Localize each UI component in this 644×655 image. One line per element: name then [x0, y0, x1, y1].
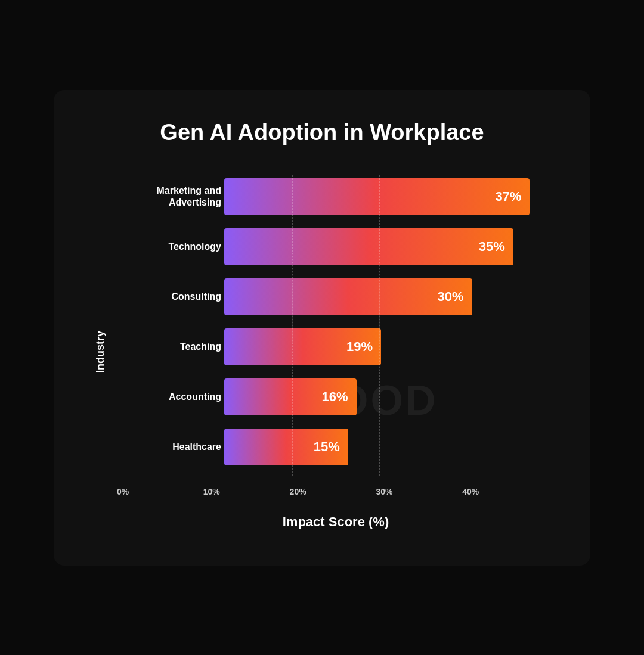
bar: 30%: [224, 278, 472, 315]
y-axis-label-container: Industry: [89, 175, 111, 530]
bar-label: Accounting: [117, 391, 221, 402]
bar-label: Technology: [117, 241, 221, 252]
bar-value: 37%: [495, 189, 521, 204]
bar-row: Accounting16%: [224, 375, 555, 418]
bars-section: Marketing and Advertising37%Technology35…: [117, 175, 555, 468]
bar-row: Teaching19%: [224, 325, 555, 368]
bar: 35%: [224, 228, 513, 265]
y-axis-label: Industry: [94, 331, 107, 373]
bar-row: Consulting30%: [224, 275, 555, 318]
x-tick: 40%: [462, 482, 555, 496]
bar: 19%: [224, 328, 381, 365]
chart-area: Industry Marketing and Advertising37%Tec…: [89, 175, 555, 530]
bar-row: Healthcare15%: [224, 426, 555, 468]
x-axis-label: Impact Score (%): [117, 514, 555, 530]
bar-wrapper: 37%: [224, 175, 555, 218]
x-tick: 20%: [290, 482, 382, 496]
bar-value: 19%: [346, 339, 373, 355]
x-tick: 0%: [117, 482, 209, 496]
bar-wrapper: 19%: [224, 325, 555, 368]
bar-label: Consulting: [117, 291, 221, 302]
bar-label: Teaching: [117, 341, 221, 352]
chart-title: Gen AI Adoption in Workplace: [89, 120, 555, 145]
bars-with-grid: Marketing and Advertising37%Technology35…: [117, 175, 555, 476]
bar-value: 16%: [322, 389, 348, 405]
bar: 16%: [224, 378, 357, 415]
bar-row: Marketing and Advertising37%: [224, 175, 555, 218]
x-tick: 10%: [203, 482, 296, 496]
bar-value: 30%: [437, 289, 463, 305]
bar: 37%: [224, 178, 530, 215]
x-tick: 30%: [376, 482, 468, 496]
bar-wrapper: 30%: [224, 275, 555, 318]
bar-row: Technology35%: [224, 225, 555, 268]
bar-label: Marketing and Advertising: [117, 185, 221, 207]
x-axis: 0%10%20%30%40%: [117, 482, 555, 496]
bar-wrapper: 35%: [224, 225, 555, 268]
bar-label: Healthcare: [117, 441, 221, 452]
bar-wrapper: 15%: [224, 426, 555, 468]
bar: 15%: [224, 429, 348, 465]
chart-inner: Marketing and Advertising37%Technology35…: [117, 175, 555, 530]
chart-container: Gen AI Adoption in Workplace Industry Ma…: [54, 90, 590, 566]
bar-value: 35%: [479, 239, 505, 254]
bar-wrapper: 16%: [224, 375, 555, 418]
bar-value: 15%: [314, 439, 340, 455]
